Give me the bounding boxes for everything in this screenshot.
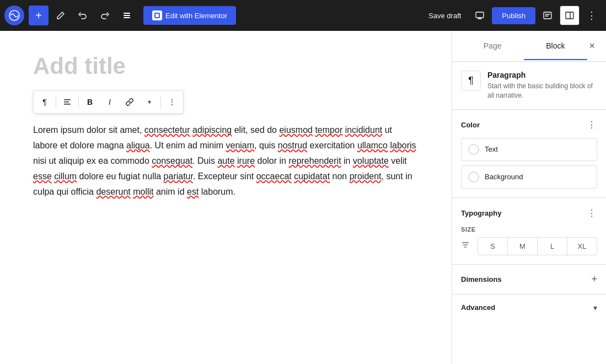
italic-button[interactable]: I [100,92,120,112]
sidebar-header: Page Block × [452,31,606,62]
list-view-button[interactable] [117,6,137,25]
paragraph-icon: ¶ [42,98,47,106]
tab-block[interactable]: Block [524,33,587,60]
dimensions-title: Dimensions [461,275,502,283]
advanced-section[interactable]: Advanced ▾ [452,295,606,321]
right-sidebar: Page Block × ¶ Paragraph Start with the … [452,31,606,364]
add-block-button[interactable]: + [29,6,49,25]
dimensions-section[interactable]: Dimensions + [452,265,606,295]
svg-rect-10 [64,104,71,105]
italic-label: I [109,98,111,106]
bold-button[interactable]: B [80,92,100,112]
edit-elementor-button[interactable]: Edit with Elementor [143,6,236,25]
size-xl-button[interactable]: XL [567,238,597,255]
edit-pen-button[interactable] [51,6,71,25]
main-layout: Add title ¶ B I [0,31,606,364]
size-s-button[interactable]: S [478,238,508,255]
size-filter-button[interactable] [461,240,470,251]
typography-more-button[interactable]: ⋮ [586,207,597,220]
publish-button[interactable]: Publish [492,7,535,24]
text-color-option[interactable]: Text [461,138,597,161]
size-options: S M L XL [478,237,597,255]
color-more-button[interactable]: ⋮ [586,119,597,131]
text-color-circle [468,144,479,155]
block-icon: ¶ [461,71,481,90]
advanced-chevron-button[interactable]: ▾ [593,303,597,312]
svg-rect-2 [124,15,130,16]
color-section-title: Color [461,121,480,129]
color-section-header: Color ⋮ [461,119,597,131]
more-formats-button[interactable]: ▾ [140,92,159,112]
sidebar-close-button[interactable]: × [587,38,598,54]
typography-section-title: Typography [461,209,501,217]
typography-section-header: Typography ⋮ [461,207,597,220]
link-button[interactable] [120,92,140,112]
advanced-title: Advanced [461,303,495,312]
elementor-icon [152,10,162,20]
paragraph-block-icon: ¶ [468,75,474,87]
background-color-label: Background [485,173,523,181]
svg-rect-3 [124,17,130,18]
size-l-button[interactable]: L [538,238,567,255]
tab-page[interactable]: Page [461,33,524,60]
svg-rect-9 [64,101,69,103]
typography-section: Typography ⋮ SIZE S M L XL [452,198,606,265]
settings-toggle-button[interactable] [560,6,580,25]
redo-button[interactable] [95,6,115,25]
more-options-button[interactable]: ⋮ [582,6,602,25]
bold-label: B [87,98,93,106]
toolbar-divider-2 [78,95,79,109]
block-info-text: Paragraph Start with the basic building … [487,71,597,100]
toolbar-divider-1 [56,95,56,109]
post-title[interactable]: Add title [33,53,419,79]
svg-rect-6 [566,12,573,19]
svg-rect-5 [544,12,551,19]
save-draft-button[interactable]: Save draft [422,7,468,24]
size-m-button[interactable]: M [508,238,538,255]
editor-area: Add title ¶ B I [0,31,452,364]
block-info: ¶ Paragraph Start with the basic buildin… [452,62,606,110]
body-text[interactable]: Lorem ipsum dolor sit amet, consectetur … [33,122,419,200]
post-preview-button[interactable] [538,6,557,25]
edit-elementor-label: Edit with Elementor [165,12,227,20]
undo-button[interactable] [73,6,93,25]
align-button[interactable] [57,92,77,112]
paragraph-format-button[interactable]: ¶ [35,92,55,112]
svg-rect-1 [124,13,130,14]
format-toolbar: ¶ B I ▾ [33,90,184,114]
dimensions-add-button[interactable]: + [591,274,597,285]
svg-rect-8 [64,99,71,100]
block-name: Paragraph [487,71,597,79]
background-color-option[interactable]: Background [461,165,597,189]
text-color-label: Text [485,145,498,153]
block-options-button[interactable]: ⋮ [162,92,182,112]
preview-button[interactable] [470,6,490,25]
toolbar-divider-3 [160,95,161,109]
top-bar: + Edit with Elementor Save draft [0,0,606,31]
svg-rect-4 [476,12,484,18]
block-description: Start with the basic building block of a… [487,82,597,100]
wp-logo[interactable] [4,6,24,25]
size-label: SIZE [461,226,597,233]
background-color-circle [468,172,479,183]
color-section: Color ⋮ Text Background [452,110,606,198]
